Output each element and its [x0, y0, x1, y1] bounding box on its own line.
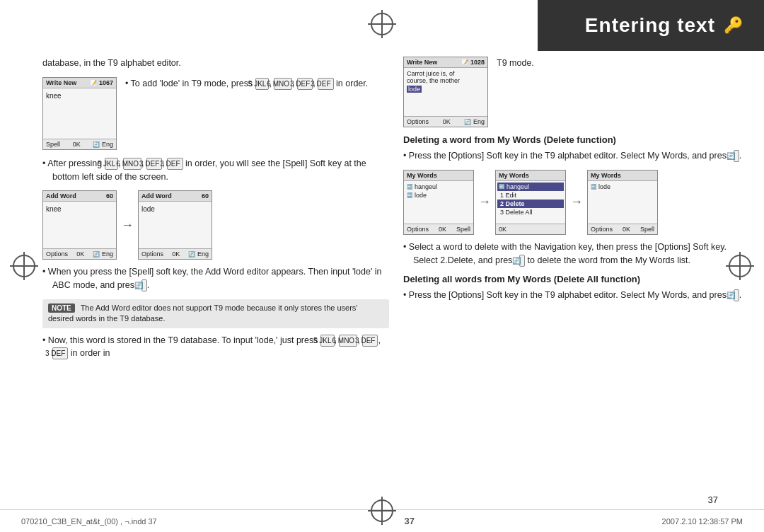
screen-footer-3: Options 0K 🔄 Eng — [404, 116, 487, 127]
screen-word-knee: knee — [46, 91, 113, 101]
screen-body-2a: knee — [43, 202, 116, 248]
screen-header-2a: Add Word 60 — [43, 191, 116, 202]
screen-body-2b: lode — [139, 202, 212, 248]
page-title: Entering text — [585, 14, 715, 37]
crosshair-top — [371, 13, 393, 35]
ok-button-2b[interactable]: 0K — [172, 250, 180, 258]
screen-count-2a: 60 — [106, 192, 113, 200]
my-words-header-2: My Words — [496, 170, 565, 181]
my-words-item-lode-3: 🔤 lode — [589, 183, 656, 191]
note-box: NOTE The Add Word editor does not suppor… — [42, 299, 389, 328]
screen-word-knee-2: knee — [46, 204, 113, 214]
my-words-footer-1: Options 0K Spell — [404, 224, 473, 234]
my-words-body-2: 🔤 hangeul 1 Edit 2 Delete 3 Delete All — [496, 181, 565, 224]
screen-body-3: Carrot juice is, of course, the mother l… — [404, 68, 487, 116]
bullet3-text: • When you press the [Spell] soft key, t… — [42, 265, 389, 292]
my-words-screens-row: My Words 🔤 hangeul 🔤 lode Options 0K Spe… — [403, 170, 750, 235]
options-mw3[interactable]: Options — [591, 226, 613, 233]
t9mode-label: T9 mode. — [497, 57, 750, 77]
right-bullet1: • Press the [Options] Soft key in the T9… — [403, 149, 750, 163]
right-bullet3: • Press the [Options] Soft key in the T9… — [403, 289, 750, 302]
screen-my-words-3: My Words 🔤 lode Options 0K Spell — [587, 170, 658, 235]
screen-header-1: Write New 📝 1067 — [43, 78, 116, 88]
screen-write-new-1028: Write New 📝 1028 Carrot juice is, of cou… — [403, 57, 488, 127]
screen-word-lode: lode — [141, 204, 209, 214]
screen-count-3: 📝 1028 — [461, 59, 485, 66]
arrow-between-screens: → — [121, 218, 134, 233]
bullet4-text: • Now, this word is stored in the T9 dat… — [42, 334, 389, 361]
screen-add-word-lode: Add Word 60 lode Options 0K 🔄 Eng — [138, 190, 212, 260]
menu-delete-all[interactable]: 3 Delete All — [497, 208, 564, 216]
screen-write-new-1067: Write New 📝 1067 knee Spell 0K 🔄 Eng — [42, 77, 117, 150]
my-words-item-hangeul-1: 🔤 hangeul — [405, 183, 472, 191]
screen-title-3: Write New — [407, 59, 437, 66]
my-words-item-lode-1: 🔤 lode — [405, 191, 472, 200]
screen-header-2b: Add Word 60 — [139, 191, 212, 202]
screen-count-2b: 60 — [202, 192, 209, 200]
left-column: database, in the T9 alphabet editor. Wri… — [42, 57, 389, 367]
screen-footer-2a: Options 0K 🔄 Eng — [43, 248, 116, 259]
my-words-footer-3: Options 0K Spell — [588, 224, 657, 234]
screen-line2: course, the mother — [407, 77, 485, 84]
eng-label-2a: 🔄 Eng — [93, 250, 113, 258]
ok-mw3[interactable]: 0K — [623, 226, 630, 233]
crosshair-bottom — [371, 499, 393, 522]
right-column: Write New 📝 1028 Carrot juice is, of cou… — [403, 57, 750, 309]
screen-title-1: Write New — [46, 79, 76, 86]
screen-title-2a: Add Word — [46, 192, 76, 200]
my-words-header-1: My Words — [404, 170, 473, 181]
main-content: database, in the T9 alphabet editor. Wri… — [42, 57, 722, 504]
crosshair-left — [13, 255, 35, 277]
ok-button-2a[interactable]: 0K — [76, 250, 84, 258]
key-icon: 🔑 — [724, 16, 743, 35]
page-num-center: 37 — [404, 516, 414, 526]
ok-mw1[interactable]: 0K — [439, 226, 446, 233]
note-text: The Add Word editor does not support T9 … — [48, 303, 357, 323]
footer-left: 070210_C3B_EN_at&t_(00) , ¬.indd 37 — [21, 517, 157, 526]
menu-delete[interactable]: 2 Delete — [497, 200, 564, 208]
my-words-header-3: My Words — [588, 170, 657, 181]
screen-add-word-knee: Add Word 60 knee Options 0K 🔄 Eng — [42, 190, 117, 260]
my-words-body-3: 🔤 lode — [588, 181, 657, 224]
screen-header-3: Write New 📝 1028 — [404, 57, 487, 68]
options-button-3[interactable]: Options — [407, 118, 429, 125]
screen-lode-highlighted: lode — [407, 86, 485, 93]
menu-edit[interactable]: 1 Edit — [497, 191, 564, 200]
ok-button-1[interactable]: 0K — [73, 141, 81, 148]
right-bullet2: • Select a word to delete with the Navig… — [403, 241, 750, 267]
ok-mw2[interactable]: 0K — [499, 226, 507, 233]
page-number: 37 — [708, 495, 718, 505]
screen-line1: Carrot juice is, of — [407, 70, 485, 77]
options-mw1[interactable]: Options — [407, 226, 429, 233]
eng-label-1: 🔄 Eng — [93, 141, 113, 148]
my-words-footer-2: 0K — [496, 224, 565, 234]
screen-title-2b: Add Word — [141, 192, 172, 200]
spell-button[interactable]: Spell — [46, 141, 60, 148]
my-words-body-1: 🔤 hangeul 🔤 lode — [404, 181, 473, 224]
spell-mw1[interactable]: Spell — [456, 226, 470, 233]
options-button-2b[interactable]: Options — [141, 250, 163, 258]
footer-right: 2007.2.10 12:38:57 PM — [662, 517, 743, 526]
heading-delete-function: Deleting a word from My Words (Delete fu… — [403, 134, 750, 145]
screen-body-1: knee — [43, 88, 116, 139]
bullet2-text: • After pressing 5 JKL, 6 MNO, 3 DEF, 3 … — [42, 157, 389, 184]
spell-mw3[interactable]: Spell — [640, 226, 654, 233]
options-button-2a[interactable]: Options — [46, 250, 68, 258]
arrow-mw-2: → — [570, 195, 583, 209]
screen-count-1: 📝 1067 — [90, 79, 113, 86]
ok-button-3[interactable]: 0K — [443, 118, 451, 125]
arrow-mw-1: → — [478, 195, 491, 209]
eng-label-3: 🔄 Eng — [464, 118, 485, 125]
section-t9: Write New 📝 1028 Carrot juice is, of cou… — [403, 57, 750, 127]
screen-my-words-1: My Words 🔤 hangeul 🔤 lode Options 0K Spe… — [403, 170, 474, 235]
screen-my-words-2: My Words 🔤 hangeul 1 Edit 2 Delete 3 Del… — [495, 170, 566, 235]
eng-label-2b: 🔄 Eng — [188, 250, 209, 258]
note-label: NOTE — [48, 303, 75, 313]
bullet1-text: • To add 'lode' in T9 mode, press 5 JKL,… — [125, 77, 389, 98]
page-header: Entering text 🔑 — [538, 0, 764, 51]
screen-footer-1: Spell 0K 🔄 Eng — [43, 139, 116, 149]
intro-text: database, in the T9 alphabet editor. — [42, 57, 389, 70]
my-words-item-hangeul-2-highlighted: 🔤 hangeul — [497, 183, 564, 191]
screen-footer-2b: Options 0K 🔄 Eng — [139, 248, 212, 259]
heading-delete-all: Deleting all words from My Words (Delete… — [403, 274, 750, 284]
